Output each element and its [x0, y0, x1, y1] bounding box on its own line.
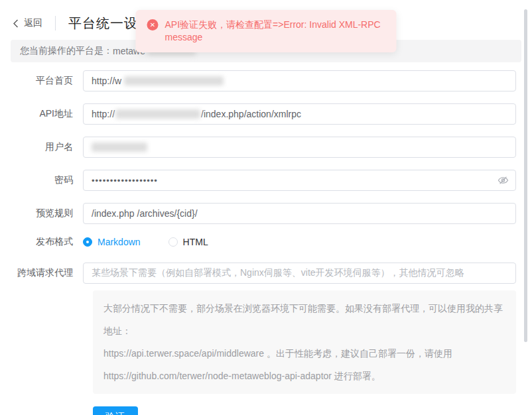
- field-label-format: 发布格式: [0, 236, 83, 248]
- form-row-api: API地址 http:///index.php/action/xmlrpc: [0, 103, 532, 125]
- radio-html[interactable]: HTML: [168, 237, 208, 247]
- publish-format-radio-group: Markdown HTML: [83, 237, 208, 247]
- api-value-suffix: /index.php/action/xmlrpc: [201, 109, 301, 119]
- home-value: http://w: [92, 76, 121, 86]
- back-chevron-icon: [12, 19, 19, 28]
- api-url-input[interactable]: http:///index.php/action/xmlrpc: [83, 103, 516, 125]
- field-label-proxy: 跨域请求代理: [0, 267, 83, 279]
- username-input[interactable]: [83, 137, 516, 158]
- platform-settings-page: 返回 平台统一设置 ✕ API验证失败，请检查配置=>Error: Invali…: [0, 0, 532, 415]
- form-row-preview: 预览规则 /index.php /archives/{cid}/: [0, 203, 532, 224]
- preview-rule-value: /index.php /archives/{cid}/: [92, 208, 198, 219]
- proxy-helper-text: 大部分情况下不需要，部分场景在浏览器环境下可能需要。如果没有部署代理，可以使用我…: [93, 290, 516, 394]
- field-label-password: 密码: [0, 174, 83, 186]
- helper-line: 大部分情况下不需要，部分场景在浏览器环境下可能需要。如果没有部署代理，可以使用我…: [103, 297, 505, 342]
- verify-button[interactable]: 验证: [93, 406, 138, 415]
- error-toast-message: API验证失败，请检查配置=>Error: Invalid XML-RPC me…: [165, 19, 385, 44]
- header-divider: [55, 16, 56, 30]
- back-button[interactable]: 返回: [12, 17, 42, 29]
- redacted-username: [92, 143, 147, 152]
- platform-banner-prefix: 您当前操作的平台是：: [20, 45, 113, 57]
- field-label-username: 用户名: [0, 141, 83, 153]
- field-label-api: API地址: [0, 108, 83, 120]
- cors-proxy-input[interactable]: 某些场景下需要（例如自部署模式，Nginx伺服等、vite开发环境伺服等），其他…: [83, 263, 516, 284]
- redacted-home-url: [124, 76, 224, 86]
- cors-proxy-placeholder: 某些场景下需要（例如自部署模式，Nginx伺服等、vite开发环境伺服等），其他…: [92, 267, 464, 279]
- helper-line: https://api.terwer.space/api/middleware …: [103, 342, 505, 365]
- eye-off-icon: [498, 175, 509, 186]
- password-masked-value: ••••••••••••••••••: [92, 176, 158, 186]
- back-label: 返回: [24, 17, 42, 29]
- error-toast: ✕ API验证失败，请检查配置=>Error: Invalid XML-RPC …: [136, 10, 397, 52]
- radio-html-label: HTML: [183, 237, 208, 247]
- platform-home-input[interactable]: http://w: [83, 70, 516, 91]
- helper-line: https://github.com/terwer/node-metaweblo…: [103, 365, 505, 387]
- radio-markdown[interactable]: Markdown: [83, 237, 141, 247]
- radio-unselected-icon: [168, 237, 178, 247]
- field-label-home: 平台首页: [0, 75, 83, 87]
- redacted-api-host: [115, 109, 200, 119]
- field-label-preview: 预览规则: [0, 208, 83, 219]
- form-row-format: 发布格式 Markdown HTML: [0, 236, 532, 248]
- radio-markdown-label: Markdown: [98, 237, 141, 247]
- settings-form: 平台首页 http://w API地址 http:///index.php/ac…: [0, 70, 532, 415]
- toggle-password-visibility[interactable]: [498, 175, 509, 186]
- form-row-home: 平台首页 http://w: [0, 70, 532, 91]
- form-row-username: 用户名: [0, 137, 532, 158]
- vertical-scrollbar-thumb[interactable]: [524, 9, 527, 342]
- password-input[interactable]: ••••••••••••••••••: [83, 170, 516, 191]
- form-row-password: 密码 ••••••••••••••••••: [0, 170, 532, 191]
- preview-rule-input[interactable]: /index.php /archives/{cid}/: [83, 203, 516, 224]
- api-value-prefix: http://: [92, 109, 115, 119]
- form-row-proxy: 跨域请求代理 某些场景下需要（例如自部署模式，Nginx伺服等、vite开发环境…: [0, 263, 532, 284]
- error-circle-close-icon: ✕: [147, 19, 159, 30]
- radio-selected-icon: [83, 237, 92, 247]
